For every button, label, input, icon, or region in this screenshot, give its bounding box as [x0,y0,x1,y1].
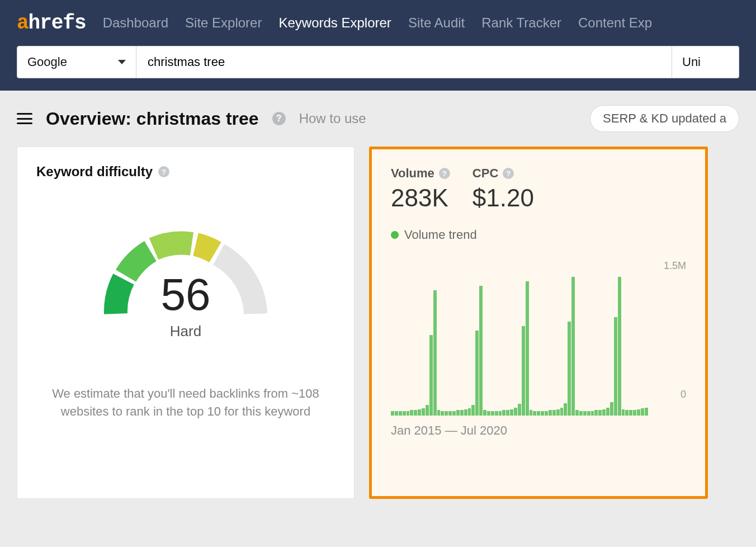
nav-dashboard[interactable]: Dashboard [103,15,168,31]
nav-content-explorer[interactable]: Content Exp [578,15,652,31]
topbar: a hrefs Dashboard Site Explorer Keywords… [17,0,739,46]
cpc-label-text: CPC [472,166,498,181]
keyword-difficulty-card: Keyword difficulty ? 56 Hard We estimate… [17,147,355,499]
chevron-down-icon [118,60,126,64]
menu-icon[interactable] [17,113,32,124]
kd-heading-text: Keyword difficulty [36,164,153,180]
volume-card: Volume ? 283K CPC ? $1.20 Volume trend 1… [369,147,708,499]
help-icon[interactable]: ? [272,112,286,125]
kd-gauge: 56 Hard [36,213,335,340]
volume-label: Volume ? [391,166,450,181]
nav-rank-tracker[interactable]: Rank Tracker [481,15,561,31]
y-tick-max: 1.5M [664,260,686,272]
search-bar: Google Uni [17,46,739,91]
app-header: a hrefs Dashboard Site Explorer Keywords… [0,0,756,91]
search-engine-select[interactable]: Google [17,46,136,78]
country-select[interactable]: Uni [672,46,739,78]
subheader: Overview: christmas tree ? How to use SE… [0,91,756,147]
help-icon[interactable]: ? [439,168,450,179]
nav-site-explorer[interactable]: Site Explorer [185,15,262,31]
how-to-use-link[interactable]: How to use [299,111,366,126]
logo[interactable]: a hrefs [17,12,86,35]
volume-value: 283K [391,184,450,212]
cpc-value: $1.20 [472,184,534,212]
logo-a: a [17,12,29,35]
serp-update-status[interactable]: SERP & KD updated a [590,105,739,132]
cpc-label: CPC ? [472,166,534,181]
cards-row: Keyword difficulty ? 56 Hard We estimate… [0,147,756,516]
kd-estimate-text: We estimate that you'll need backlinks f… [36,385,335,421]
help-icon[interactable]: ? [158,166,169,177]
chart-bars [391,281,648,416]
volume-label-text: Volume [391,166,434,181]
chart-legend: Volume trend [391,228,686,242]
country-value: Uni [682,55,701,69]
help-icon[interactable]: ? [503,168,514,179]
logo-rest: hrefs [29,12,86,35]
y-tick-min: 0 [681,389,686,400]
volume-metric: Volume ? 283K [391,166,450,212]
cpc-metric: CPC ? $1.20 [472,166,534,212]
main-nav: Dashboard Site Explorer Keywords Explore… [103,15,652,31]
keyword-input[interactable] [136,46,672,78]
kd-heading: Keyword difficulty ? [36,164,335,180]
volume-trend-chart: 1.5M 0 Jan 2015 — Jul 2020 [391,265,686,438]
nav-keywords-explorer[interactable]: Keywords Explorer [278,15,391,31]
search-engine-value: Google [27,55,67,69]
legend-dot-icon [391,231,399,239]
kd-score: 56 [161,269,211,320]
nav-site-audit[interactable]: Site Audit [408,15,465,31]
page-title: Overview: christmas tree [46,109,259,129]
x-axis-range: Jan 2015 — Jul 2020 [391,423,507,438]
volume-metrics: Volume ? 283K CPC ? $1.20 [391,166,686,212]
y-axis: 1.5M 0 [641,265,686,399]
legend-text: Volume trend [404,228,477,242]
kd-label: Hard [170,323,201,340]
